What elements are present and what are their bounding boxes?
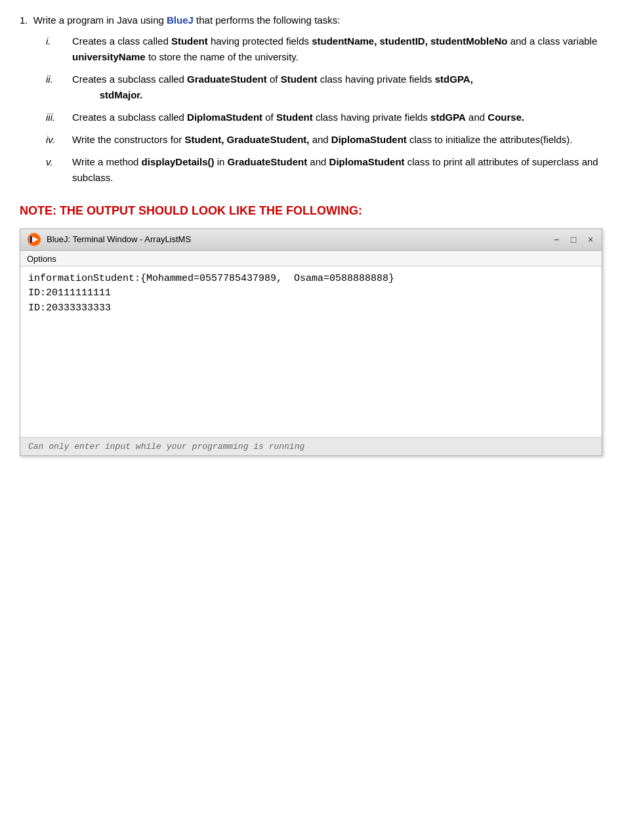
list-item: i. Creates a class called Student having… [46, 33, 602, 65]
sub-item-label-ii: ii. [46, 72, 72, 103]
minimize-button[interactable]: − [552, 235, 561, 244]
graduate-class-name: GraduateStudent [187, 74, 267, 85]
terminal-output-line-3: ID:20333333333 [28, 301, 594, 316]
svg-rect-2 [30, 236, 32, 243]
student-fields: studentName, studentID, studentMobleNo [312, 35, 507, 47]
sub-item-text-ii: Creates a subclass called GraduateStuden… [72, 72, 602, 103]
diploma-class-name: DiplomaStudent [187, 112, 262, 123]
sub-item-label-iii: iii. [46, 110, 72, 125]
diploma-display: DiplomaStudent [329, 156, 405, 167]
display-method: displayDetails() [142, 156, 215, 167]
student-parent-iii: Student [276, 112, 313, 123]
terminal-titlebar-left: BlueJ: Terminal Window - ArrayListMS [27, 232, 191, 247]
sub-item-text-iv: Write the constructors for Student, Grad… [72, 132, 602, 148]
constructor-classes: Student, GraduateStudent, [184, 134, 309, 145]
terminal-input-placeholder: Can only enter input while your programm… [28, 442, 304, 452]
terminal-titlebar: BlueJ: Terminal Window - ArrayListMS − □… [20, 229, 602, 251]
list-item: iv. Write the constructors for Student, … [46, 132, 602, 148]
question-section: 1. Write a program in Java using BlueJ t… [20, 13, 602, 186]
diploma-constructor: DiplomaStudent [331, 134, 407, 145]
terminal-output-line-1: informationStudent:{Mohammed=05577854379… [28, 272, 594, 287]
bluej-label: BlueJ [167, 14, 194, 26]
graduate-display: GraduateStudent [228, 156, 308, 167]
terminal-body: informationStudent:{Mohammed=05577854379… [20, 266, 602, 437]
list-item: iii. Creates a subclass called DiplomaSt… [46, 110, 602, 125]
sub-item-text-iii: Creates a subclass called DiplomaStudent… [72, 110, 602, 125]
sub-item-label-iv: iv. [46, 132, 72, 148]
sub-items-list: i. Creates a class called Student having… [46, 33, 602, 186]
close-button[interactable]: × [586, 235, 595, 244]
sub-item-label-v: v. [46, 154, 72, 186]
diploma-fields-course: Course. [487, 112, 524, 123]
terminal-menubar: Options [20, 251, 602, 266]
list-item: ii. Creates a subclass called GraduateSt… [46, 72, 602, 103]
question-number: 1. [20, 14, 28, 26]
terminal-output-line-2: ID:20111111111 [28, 286, 594, 301]
terminal-input-area: Can only enter input while your programm… [20, 437, 602, 455]
question-title: 1. Write a program in Java using BlueJ t… [20, 13, 602, 28]
student-class-name: Student [171, 35, 208, 47]
maximize-button[interactable]: □ [569, 235, 578, 244]
student-parent-ii: Student [281, 74, 318, 85]
question-intro-end: that performs the following tasks: [194, 14, 340, 26]
university-var: universityName [72, 51, 146, 62]
terminal-window: BlueJ: Terminal Window - ArrayListMS − □… [20, 228, 602, 456]
list-item: v. Write a method displayDetails() in Gr… [46, 154, 602, 186]
options-menu[interactable]: Options [27, 254, 56, 264]
graduate-fields: stdGPA, stdMajor. [72, 74, 473, 100]
terminal-window-buttons: − □ × [552, 235, 595, 244]
bluej-logo-icon [27, 232, 41, 247]
sub-item-label-i: i. [46, 33, 72, 65]
sub-item-text-i: Creates a class called Student having pr… [72, 33, 602, 65]
terminal-title: BlueJ: Terminal Window - ArrayListMS [47, 234, 191, 244]
note-heading: NOTE: THE OUTPUT SHOULD LOOK LIKE THE FO… [20, 204, 602, 218]
diploma-fields-gpa: stdGPA [430, 112, 466, 123]
sub-item-text-v: Write a method displayDetails() in Gradu… [72, 154, 602, 186]
question-intro: Write a program in Java using [33, 14, 167, 26]
